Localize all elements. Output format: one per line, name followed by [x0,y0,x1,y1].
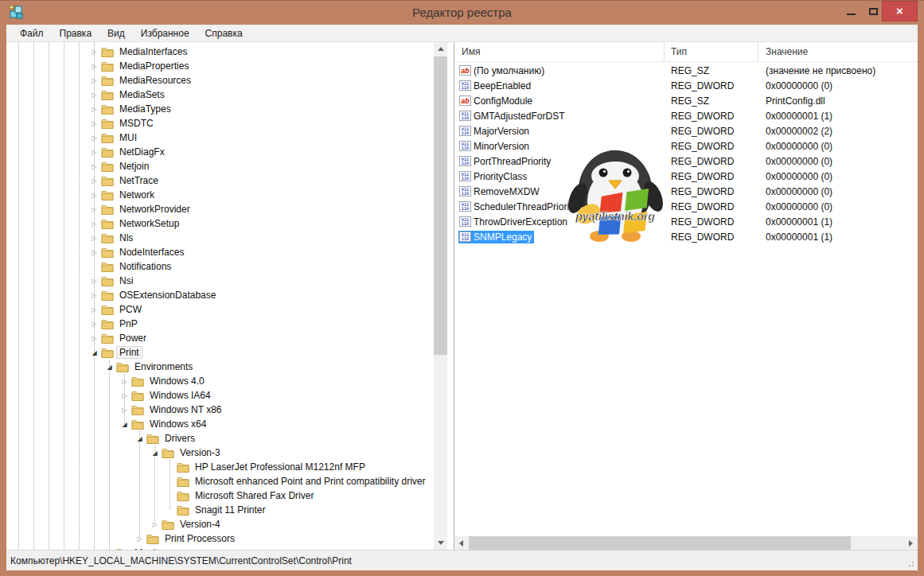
tree-item[interactable]: Version-3 [6,446,434,460]
tree-item[interactable]: Version-4 [6,517,434,531]
value-row[interactable]: ab 011 110 Port [454,154,918,169]
minimize-button[interactable] [839,1,863,21]
value-row[interactable]: ab 011 110 Remo [454,184,918,199]
column-header-value[interactable]: Значение [758,42,918,61]
tree-item[interactable]: PCW [6,302,434,317]
tree-item[interactable]: Microsoft Shared Fax Driver [6,488,434,503]
expander-icon[interactable] [88,220,100,228]
scroll-left-arrow[interactable] [454,536,468,550]
tree-item[interactable]: MediaTypes [6,102,434,116]
titlebar[interactable]: Редактор реестра [0,1,924,25]
tree-item[interactable]: Netjoin [6,159,434,173]
tree-item[interactable]: Power [6,331,434,345]
scroll-right-arrow[interactable] [904,536,918,550]
tree-item[interactable]: Environments [6,360,434,374]
expander-icon[interactable] [88,192,100,199]
tree-item[interactable]: MediaInterfaces [6,45,434,59]
tree-item[interactable]: Snagit 11 Printer [6,503,434,517]
expander-icon[interactable] [88,134,100,142]
tree-item[interactable]: MUI [6,130,434,145]
expander-icon[interactable] [149,450,161,457]
value-row[interactable]: ab 011 110 Beep [454,78,918,93]
value-data: 0x00000002 (2) [766,126,918,137]
tree-item[interactable]: NetworkProvider [6,202,434,216]
expander-icon[interactable] [119,378,131,385]
value-row[interactable]: ab 011 110 GMTA [454,108,918,123]
tree-item[interactable]: NetDiagFx [6,145,434,159]
tree-item[interactable]: NodeInterfaces [6,245,434,259]
tree-item[interactable]: Print [6,345,434,360]
menu-item[interactable]: Вид [99,25,133,41]
menu-item[interactable]: Правка [52,25,100,41]
expander-icon[interactable] [88,149,100,156]
tree-item[interactable]: MediaSets [6,88,434,102]
tree-item[interactable]: HP LaserJet Professional M1212nf MFP [6,460,434,474]
expander-icon[interactable] [119,392,131,399]
expander-icon[interactable] [88,321,100,328]
tree-item[interactable]: Print Processors [6,531,434,546]
expander-icon[interactable] [119,407,131,414]
tree-item[interactable]: Microsoft enhanced Point and Print compa… [6,474,434,488]
expander-icon[interactable] [88,163,100,170]
expander-icon[interactable] [134,435,146,442]
expander-icon[interactable] [88,106,100,113]
maximize-button[interactable] [863,1,883,21]
expander-icon[interactable] [88,206,100,213]
tree-item[interactable]: NetTrace [6,173,434,188]
value-row[interactable]: ab 011 110 Conf [454,93,918,108]
column-header-type[interactable]: Тип [665,42,758,61]
menu-item[interactable]: Справка [197,25,251,41]
tree-item[interactable]: Windows NT x86 [6,403,434,417]
column-header-name[interactable]: Имя [454,42,665,61]
menu-item[interactable]: Файл [12,25,52,41]
value-row[interactable]: ab 011 110 (По [454,63,918,78]
scroll-down-arrow[interactable] [434,536,447,550]
expander-icon[interactable] [88,249,100,256]
tree-item[interactable]: NetworkSetup [6,216,434,231]
expander-icon[interactable] [149,521,161,528]
expander-icon[interactable] [88,349,100,356]
folder-icon [101,247,114,258]
tree-item[interactable]: Nsi [6,274,434,288]
tree-item[interactable]: Network [6,188,434,202]
tree-item[interactable]: Windows IA64 [6,388,434,403]
expander-icon[interactable] [88,306,100,313]
scroll-up-arrow[interactable] [434,42,447,56]
tree-item[interactable]: Drivers [6,431,434,446]
scrollbar-thumb[interactable] [434,56,447,355]
value-row[interactable]: ab 011 110 Mino [454,138,918,154]
value-row[interactable]: ab 011 110 Thro [454,214,918,229]
resize-grip[interactable] [906,559,914,567]
value-row[interactable]: ab 011 110 SNMP [454,229,918,244]
tree-vertical-scrollbar[interactable] [434,42,447,550]
expander-icon[interactable] [88,235,100,242]
tree-item[interactable]: MediaResources [6,73,434,88]
expander-icon[interactable] [103,364,115,371]
tree-item[interactable]: Windows x64 [6,417,434,431]
expander-icon[interactable] [88,63,100,70]
scrollbar-thumb[interactable] [469,536,851,550]
values-horizontal-scrollbar[interactable] [454,536,918,550]
close-button[interactable] [882,1,918,21]
tree-item[interactable]: Nls [6,231,434,245]
expander-icon[interactable] [88,177,100,185]
value-row[interactable]: ab 011 110 Majo [454,123,918,138]
tree-item[interactable]: PnP [6,317,434,331]
value-row[interactable]: ab 011 110 Prio [454,169,918,184]
expander-icon[interactable] [88,77,100,84]
tree-item[interactable]: MediaProperties [6,59,434,73]
tree-item[interactable]: Windows 4.0 [6,374,434,388]
expander-icon[interactable] [88,91,100,99]
menu-item[interactable]: Избранное [133,25,197,41]
expander-icon[interactable] [119,421,131,428]
expander-icon[interactable] [88,278,100,285]
expander-icon[interactable] [88,49,100,56]
tree-item[interactable]: Notifications [6,259,434,274]
expander-icon[interactable] [134,535,146,543]
expander-icon[interactable] [88,292,100,299]
tree-item[interactable]: OSExtensionDatabase [6,288,434,302]
tree-item[interactable]: MSDTC [6,116,434,130]
value-row[interactable]: ab 011 110 Sche [454,199,918,214]
expander-icon[interactable] [88,120,100,127]
expander-icon[interactable] [88,335,100,342]
